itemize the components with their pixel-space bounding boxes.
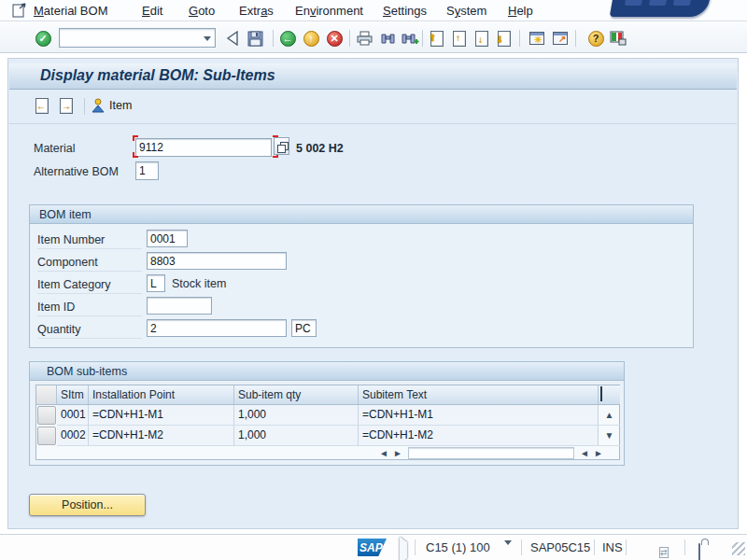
menu-bar: Material BOM Edit Goto Extras Environmen… (0, 0, 747, 21)
find-icon[interactable] (378, 29, 397, 48)
command-input[interactable] (62, 31, 197, 45)
column-header-installation-point[interactable]: Installation Point (89, 385, 234, 404)
material-field[interactable]: 9112 (135, 138, 272, 157)
menu-system[interactable]: System (443, 3, 490, 19)
customize-layout-icon[interactable] (609, 29, 627, 48)
server-name: SAP05C15 (530, 540, 590, 554)
sap-corner-logo (610, 0, 712, 17)
hscroll-left-icon-2[interactable]: ◄ (580, 449, 589, 458)
hscroll-track[interactable] (408, 447, 574, 459)
position-button[interactable]: Position... (29, 494, 146, 516)
continue-icon[interactable] (223, 29, 242, 48)
content-frame: Display material BOM: Sub-Items ← → Item… (7, 58, 739, 529)
alternative-bom-label: Alternative BOM (34, 165, 119, 178)
page-up-icon[interactable]: ↑ (450, 29, 469, 48)
back-icon[interactable]: ← (278, 29, 297, 48)
column-header-sitm[interactable]: SItm (57, 385, 89, 404)
possible-entries-icon[interactable] (274, 137, 289, 155)
menu-settings[interactable]: Settings (379, 3, 430, 19)
transaction-icon[interactable] (12, 3, 28, 18)
cell-qty[interactable]: 1,000 (234, 405, 359, 426)
item-button[interactable]: Item (92, 98, 132, 113)
material-label: Material (34, 142, 75, 155)
item-id-field[interactable] (147, 297, 212, 315)
sub-items-table: SItm Installation Point Sub-item qty Sub… (35, 385, 620, 460)
column-header-sub-item-qty[interactable]: Sub-item qty (234, 385, 359, 404)
hscroll-left-icon[interactable]: ◄ (379, 449, 388, 458)
menu-material-bom[interactable]: Material BOM (30, 3, 111, 19)
menu-environment[interactable]: Environment (291, 3, 367, 19)
response-time-icon[interactable]: ⇄ (659, 542, 669, 559)
table-row[interactable]: 0002 =CDN+H1-M2 1,000 =CDN+H1-M2 ▼ (36, 426, 620, 446)
bom-sub-items-groupbox: BOM sub-items SItm Installation Point Su… (29, 361, 625, 466)
hscroll-right-icon[interactable]: ► (393, 449, 402, 458)
new-session-icon[interactable]: ✳ (528, 29, 546, 48)
insert-mode-indicator: INS (602, 540, 623, 554)
item-category-label: Item Category (37, 275, 142, 294)
cell-sitm[interactable]: 0001 (57, 405, 89, 426)
cell-installation-point[interactable]: =CDN+H1-M2 (89, 426, 234, 446)
resize-grip[interactable] (732, 542, 745, 555)
first-page-icon[interactable]: ⇑ (428, 29, 446, 48)
quantity-field[interactable]: 2 (147, 319, 287, 337)
menu-edit[interactable]: Edit (138, 3, 166, 19)
enter-icon[interactable]: ✓ (34, 29, 52, 48)
bom-sub-items-group-title: BOM sub-items (30, 362, 624, 381)
table-config-cell (599, 385, 620, 404)
alternative-bom-field[interactable]: 1 (135, 161, 159, 180)
focus-corner (133, 152, 138, 158)
bom-item-groupbox: BOM item Item Number 0001 Component 8803… (29, 204, 694, 348)
last-page-icon[interactable]: ⇓ (495, 29, 514, 48)
focus-corner (133, 135, 138, 141)
menu-extras[interactable]: Extras (235, 3, 277, 19)
find-next-icon[interactable] (401, 29, 419, 48)
quantity-unit-field[interactable]: PC (291, 319, 317, 337)
system-dropdown-icon[interactable] (504, 545, 512, 560)
item-number-field[interactable]: 0001 (147, 230, 188, 247)
exit-icon[interactable]: ↑ (302, 29, 320, 48)
bom-item-group-title: BOM item (30, 205, 693, 224)
vscroll-up[interactable]: ▲ (599, 405, 620, 426)
command-dropdown-icon[interactable] (201, 33, 213, 45)
table-header-row: SItm Installation Point Sub-item qty Sub… (36, 385, 620, 405)
vscroll-down[interactable]: ▼ (599, 426, 620, 446)
standard-toolbar: ✓ ← ↑ ✕ ⇑ ↑ ↓ ⇓ ✳ ↗ (0, 22, 747, 53)
item-number-label: Item Number (37, 231, 142, 249)
row-select-button[interactable] (37, 427, 56, 445)
menu-help[interactable]: Help (504, 3, 537, 19)
cell-sitm[interactable]: 0002 (57, 426, 89, 446)
next-item-icon[interactable]: → (60, 98, 73, 114)
component-label: Component (37, 253, 142, 272)
page-title: Display material BOM: Sub-Items (40, 67, 275, 84)
hscroll-right-icon-2[interactable]: ► (594, 449, 603, 458)
cell-installation-point[interactable]: =CDN+H1-M1 (89, 405, 234, 426)
table-configuration-icon[interactable] (600, 386, 602, 401)
cell-text[interactable]: =CDN+H1-M1 (359, 405, 599, 426)
component-field[interactable]: 8803 (147, 252, 287, 270)
table-row[interactable]: 0001 =CDN+H1-M1 1,000 =CDN+H1-M1 ▲ (36, 405, 620, 426)
row-select-button[interactable] (37, 406, 56, 425)
expand-messages-icon[interactable] (400, 542, 407, 559)
item-person-icon (92, 98, 106, 113)
item-category-field[interactable]: L (147, 274, 165, 292)
create-shortcut-icon[interactable]: ↗ (551, 29, 570, 48)
item-category-text: Stock item (172, 277, 226, 290)
select-all-cell[interactable] (36, 385, 57, 404)
cancel-icon[interactable]: ✕ (325, 29, 344, 48)
material-description: 5 002 H2 (296, 142, 344, 155)
cell-qty[interactable]: 1,000 (234, 426, 359, 446)
security-lock-icon[interactable] (698, 544, 700, 560)
system-session-info: C15 (1) 100 (426, 540, 490, 554)
menu-goto[interactable]: Goto (185, 3, 218, 19)
status-bar: SAP C15 (1) 100 SAP05C15 INS ⇄ (0, 534, 747, 560)
screen-title-bar: Display material BOM: Sub-Items (9, 63, 737, 90)
command-field[interactable] (59, 28, 216, 48)
help-icon[interactable]: ? (586, 29, 605, 48)
save-icon[interactable] (246, 29, 264, 48)
cell-text[interactable]: =CDN+H1-M2 (359, 426, 599, 446)
previous-item-icon[interactable]: ← (35, 98, 49, 114)
column-header-subitem-text[interactable]: Subitem Text (359, 385, 599, 404)
item-id-label: Item ID (37, 298, 142, 316)
page-down-icon[interactable]: ↓ (472, 29, 491, 48)
print-icon[interactable] (355, 29, 374, 48)
